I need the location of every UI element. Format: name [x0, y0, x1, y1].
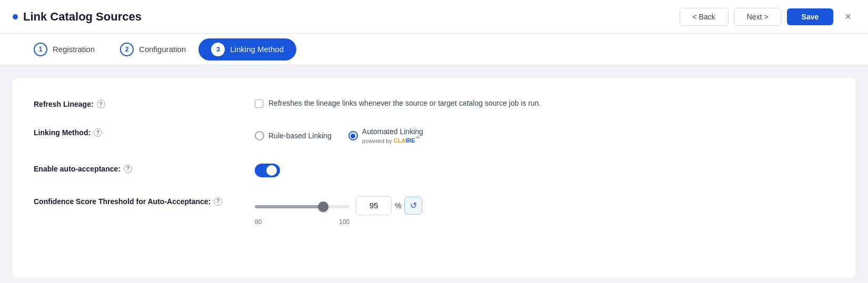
linking-method-control: Rule-based Linking Automated Linking pow…: [255, 127, 834, 145]
toggle-slider: [255, 164, 280, 177]
refresh-lineage-label: Refresh Lineage: ?: [34, 99, 255, 108]
slider-row: % ↺: [255, 196, 422, 215]
enable-auto-help-icon[interactable]: ?: [124, 165, 132, 173]
save-button[interactable]: Save: [787, 8, 834, 25]
radio-rule-based-label: Rule-based Linking: [268, 132, 332, 140]
content-area: Refresh Lineage: ? Refreshes the lineage…: [0, 65, 868, 283]
enable-auto-control: [255, 164, 834, 177]
automated-title: Automated Linking: [362, 127, 423, 136]
wizard-step-num-2: 2: [120, 43, 134, 56]
enable-auto-row: Enable auto-acceptance: ?: [34, 164, 834, 177]
slider-min-label: 80: [255, 218, 262, 226]
linking-method-row: Linking Method: ? Rule-based Linking: [34, 127, 834, 145]
close-button[interactable]: ×: [841, 8, 855, 25]
linking-method-radio-group: Rule-based Linking Automated Linking pow…: [255, 127, 423, 145]
auto-acceptance-toggle[interactable]: [255, 164, 280, 177]
confidence-score-help-icon[interactable]: ?: [214, 197, 222, 206]
refresh-lineage-checkbox-label[interactable]: Refreshes the lineage links whenever the…: [255, 99, 541, 108]
wizard-step-configuration[interactable]: 2 Configuration: [107, 38, 198, 60]
page-title: Link Catalog Sources: [13, 10, 142, 24]
wizard-step-num-3: 3: [211, 43, 225, 56]
refresh-lineage-help-icon[interactable]: ?: [97, 100, 105, 108]
page-title-text: Link Catalog Sources: [23, 10, 142, 24]
title-dot-icon: [13, 14, 18, 19]
back-button[interactable]: < Back: [680, 8, 729, 26]
wizard-step-label-1: Registration: [53, 45, 95, 54]
linking-method-help-icon[interactable]: ?: [94, 128, 102, 137]
wizard-step-label-2: Configuration: [139, 45, 186, 54]
confidence-score-label: Confidence Score Threshold for Auto-Acce…: [34, 196, 255, 206]
radio-option-automated[interactable]: Automated Linking powered by CLAIRE™: [348, 127, 423, 145]
form-card: Refresh Lineage: ? Refreshes the lineage…: [13, 78, 855, 278]
wizard-bar: 1 Registration 2 Configuration 3 Linking…: [0, 34, 868, 65]
confidence-score-control: % ↺ 80 100: [255, 196, 834, 226]
slider-wrapper: [255, 201, 350, 210]
slider-container: % ↺ 80 100: [255, 196, 422, 226]
claire-logo: CLAIRE™: [394, 137, 420, 144]
confidence-score-row: Confidence Score Threshold for Auto-Acce…: [34, 196, 834, 226]
wizard-step-label-3: Linking Method: [230, 45, 284, 54]
confidence-score-slider[interactable]: [255, 205, 350, 208]
top-bar: Link Catalog Sources < Back Next > Save …: [0, 0, 868, 34]
percent-label: %: [395, 201, 401, 210]
reset-button[interactable]: ↺: [404, 197, 422, 215]
radio-option-rule-based[interactable]: Rule-based Linking: [255, 131, 332, 140]
radio-automated-outer: [348, 131, 358, 140]
top-actions: < Back Next > Save ×: [680, 8, 855, 26]
wizard-step-registration[interactable]: 1 Registration: [21, 38, 107, 60]
powered-by-label: powered by CLAIRE™: [362, 136, 423, 145]
refresh-lineage-description: Refreshes the lineage links whenever the…: [268, 99, 541, 107]
wizard-step-num-1: 1: [34, 43, 47, 56]
reset-icon: ↺: [410, 200, 417, 210]
next-button[interactable]: Next >: [734, 8, 782, 26]
radio-automated-inner: [351, 134, 355, 138]
enable-auto-label: Enable auto-acceptance: ?: [34, 164, 255, 173]
slider-labels: 80 100: [255, 218, 350, 226]
score-input-group: % ↺: [356, 196, 422, 215]
refresh-lineage-control: Refreshes the lineage links whenever the…: [255, 99, 834, 108]
linking-method-label: Linking Method: ?: [34, 127, 255, 137]
wizard-step-linking-method[interactable]: 3 Linking Method: [198, 38, 296, 60]
slider-max-label: 100: [339, 218, 350, 226]
automated-label: Automated Linking powered by CLAIRE™: [362, 127, 423, 145]
confidence-score-input[interactable]: [356, 196, 392, 215]
radio-rule-based-outer: [255, 131, 264, 140]
refresh-lineage-checkbox[interactable]: [255, 99, 263, 108]
refresh-lineage-row: Refresh Lineage: ? Refreshes the lineage…: [34, 99, 834, 108]
